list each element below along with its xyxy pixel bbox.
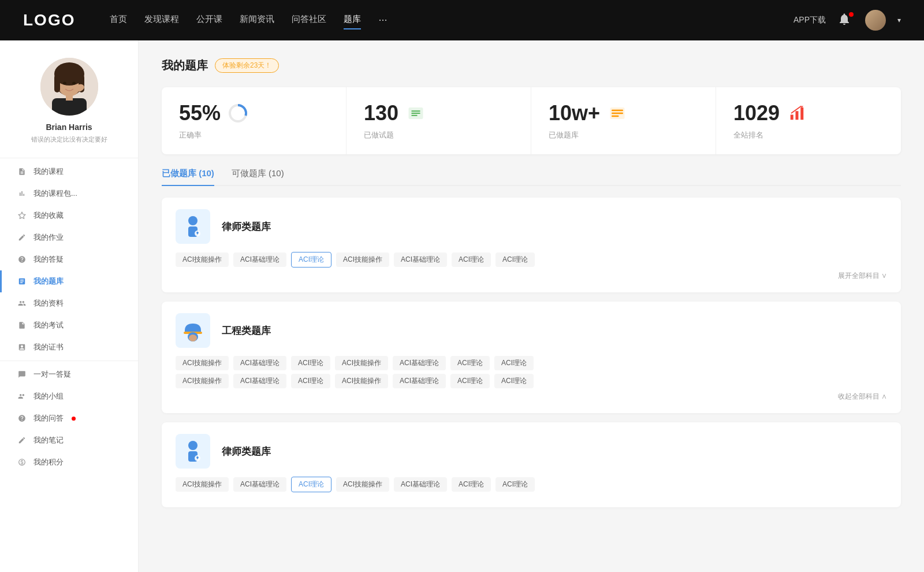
sidebar-item-my-qa[interactable]: 我的问答 [0,407,138,429]
qbank-section-engineer: 工程类题库 ACI技能操作 ACI基础理论 ACI理论 ACI技能操作 ACI基… [162,302,901,413]
eng-tag-6[interactable]: ACI理论 [494,356,534,370]
svg-point-33 [188,441,198,450]
app-download-link[interactable]: APP下载 [793,15,826,25]
law2-tag-1[interactable]: ACI基础理论 [233,477,286,492]
sidebar-label-my-package: 我的课程包... [33,188,77,199]
eng-tag2-3[interactable]: ACI技能操作 [335,374,388,388]
eng-tag2-4[interactable]: ACI基础理论 [393,374,446,388]
eng-tag2-2[interactable]: ACI理论 [291,374,330,388]
nav-qa[interactable]: 问答社区 [292,14,326,27]
svg-rect-7 [66,94,73,101]
avatar-chevron[interactable]: ▾ [897,16,901,24]
tag-3[interactable]: ACI技能操作 [336,252,389,267]
sidebar-item-my-package[interactable]: 我的课程包... [0,183,138,205]
sidebar-item-my-group[interactable]: 我的小组 [0,385,138,407]
sidebar-item-my-cert[interactable]: 我的证书 [0,336,138,358]
qbank-tags-lawyer-1: ACI技能操作 ACI基础理论 ACI理论 ACI技能操作 ACI基础理论 AC… [176,252,887,268]
stat-accuracy-label: 正确率 [179,130,329,140]
tab-done[interactable]: 已做题库 (10) [162,168,214,185]
tag-1[interactable]: ACI基础理论 [233,252,286,267]
nav-news[interactable]: 新闻资讯 [240,14,274,27]
eng-tag-0[interactable]: ACI技能操作 [176,356,229,370]
engineer-icon [176,313,210,348]
svg-point-27 [188,216,198,225]
eng-tag-4[interactable]: ACI基础理论 [393,356,446,370]
profile-icon [17,299,27,308]
collapse-link-engineer[interactable]: 收起全部科目 ∧ [176,392,887,402]
law2-tag-4[interactable]: ACI基础理论 [394,477,447,492]
eng-tag2-1[interactable]: ACI基础理论 [233,374,286,388]
eng-tag-2[interactable]: ACI理论 [291,356,330,370]
nav-opencourse[interactable]: 公开课 [196,14,222,27]
tab-available[interactable]: 可做题库 (10) [232,168,284,185]
group-icon [17,392,27,401]
sidebar-menu: 我的课程 我的课程包... 我的收藏 我的作业 [0,155,138,473]
eng-tag2-5[interactable]: ACI理论 [450,374,490,388]
sidebar-item-my-course[interactable]: 我的课程 [0,161,138,183]
navbar: LOGO 首页 发现课程 公开课 新闻资讯 问答社区 题库 ··· APP下载 … [0,0,924,40]
sidebar-item-my-answers[interactable]: 我的答疑 [0,248,138,270]
stat-done-questions-label: 已做试题 [364,130,513,140]
sidebar-item-my-notes[interactable]: 我的笔记 [0,429,138,451]
sidebar-item-my-qbank[interactable]: 我的题库 [0,270,138,292]
sidebar: Brian Harris 错误的决定比没有决定要好 我的课程 我的课程包... [0,40,139,572]
tag-6[interactable]: ACI理论 [495,252,535,267]
sidebar-item-my-homework[interactable]: 我的作业 [0,226,138,248]
nav-more[interactable]: ··· [378,14,387,27]
bell-button[interactable] [837,12,854,28]
eng-tag-3[interactable]: ACI技能操作 [335,356,388,370]
qbank-name-lawyer-1: 律师类题库 [222,220,271,233]
qbank-section-lawyer-2: 律师类题库 ACI技能操作 ACI基础理论 ACI理论 ACI技能操作 ACI基… [162,422,901,507]
nav-discover[interactable]: 发现课程 [144,14,179,27]
svg-rect-4 [54,75,60,92]
tag-2[interactable]: ACI理论 [291,252,331,268]
qa-icon [17,414,27,423]
ranking-icon [787,103,807,124]
sidebar-label-my-qa: 我的问答 [33,413,64,424]
lawyer-icon [176,209,210,244]
tag-0[interactable]: ACI技能操作 [176,252,229,267]
exam-icon [17,321,27,330]
law2-tag-3[interactable]: ACI技能操作 [336,477,389,492]
law2-tag-0[interactable]: ACI技能操作 [176,477,229,492]
sidebar-label-my-group: 我的小组 [33,391,64,402]
sidebar-item-my-profile[interactable]: 我的资料 [0,292,138,314]
sidebar-item-my-favorite[interactable]: 我的收藏 [0,205,138,226]
avatar[interactable] [865,10,886,31]
eng-tag-5[interactable]: ACI理论 [450,356,490,370]
sidebar-item-my-points[interactable]: 我的积分 [0,451,138,473]
law2-tag-6[interactable]: ACI理论 [495,477,535,492]
qbank-name-engineer: 工程类题库 [222,324,271,337]
svg-rect-21 [612,113,623,114]
tag-4[interactable]: ACI基础理论 [394,252,447,267]
sidebar-item-my-exam[interactable]: 我的考试 [0,314,138,336]
eng-tag2-0[interactable]: ACI技能操作 [176,374,229,388]
law2-tag-5[interactable]: ACI理论 [452,477,491,492]
sidebar-label-my-cert: 我的证书 [33,342,64,352]
qbank-name-lawyer-2: 律师类题库 [222,445,271,458]
law2-tag-2[interactable]: ACI理论 [291,477,331,492]
sidebar-motto: 错误的决定比没有决定要好 [20,135,119,144]
stat-accuracy: 55% 正确率 [162,87,346,154]
homework-icon [17,233,27,242]
nav-home[interactable]: 首页 [110,14,127,27]
tag-5[interactable]: ACI理论 [452,252,491,267]
package-icon [17,189,27,198]
navbar-right: APP下载 ▾ [793,10,901,31]
questions-icon [405,103,426,124]
sidebar-label-my-answers: 我的答疑 [33,254,64,265]
sidebar-item-one-on-one[interactable]: 一对一答疑 [0,363,138,385]
nav-qbank[interactable]: 题库 [344,14,361,27]
tabs-row: 已做题库 (10) 可做题库 (10) [162,168,901,186]
eng-tag-1[interactable]: ACI基础理论 [233,356,286,370]
svg-rect-25 [800,107,803,120]
svg-rect-23 [791,115,793,120]
stat-accuracy-value: 55% [179,101,221,125]
svg-rect-24 [796,111,799,120]
cert-icon [17,343,27,352]
sidebar-label-my-qbank: 我的题库 [33,276,64,287]
stat-ranking: 1029 全站排名 [716,87,901,154]
expand-link-lawyer-1[interactable]: 展开全部科目 ∨ [176,271,887,281]
eng-tag2-6[interactable]: ACI理论 [494,374,534,388]
qbank-tags-lawyer-2: ACI技能操作 ACI基础理论 ACI理论 ACI技能操作 ACI基础理论 AC… [176,477,887,492]
